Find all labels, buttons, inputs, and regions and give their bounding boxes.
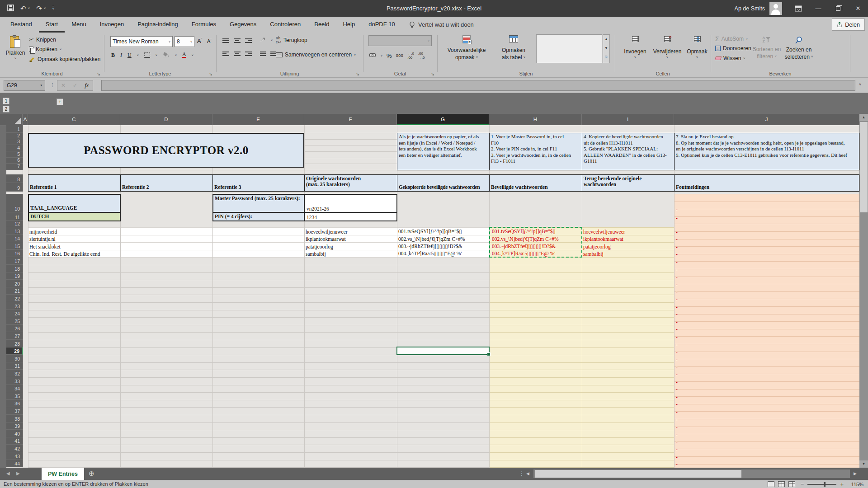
ribbon-tab-invoegen[interactable]: Invoegen (93, 17, 131, 33)
language-label-cell[interactable]: TAAL_LANGUAGE (28, 194, 121, 213)
cell-J10-dash[interactable]: - (676, 206, 678, 212)
normal-view-icon[interactable] (768, 481, 774, 487)
row-header-28[interactable]: 28 (6, 340, 23, 347)
header-referentie-1[interactable]: Referentie 1 (28, 174, 121, 192)
share-button[interactable]: Delen (832, 19, 865, 31)
row-header-27[interactable]: 27 (6, 332, 23, 340)
cell-J39-dash[interactable]: - (676, 424, 678, 429)
selected-cell-G29[interactable] (396, 347, 490, 355)
number-dialog-launcher-icon[interactable]: ↘ (431, 72, 434, 76)
ribbon-tab-formules[interactable]: Formules (185, 17, 223, 33)
horizontal-scrollbar[interactable] (533, 469, 850, 478)
worksheet-title-cell[interactable]: PASSWORD ENCRYPTOR v2.0 (28, 133, 304, 168)
ribbon-display-options-icon[interactable] (788, 0, 808, 17)
row-header-15[interactable]: 15 (6, 242, 23, 250)
zoom-level[interactable]: 115% (848, 482, 863, 487)
percent-button[interactable]: % (387, 52, 392, 59)
column-header-J[interactable]: J (674, 114, 859, 125)
row-header-37[interactable]: 37 (6, 407, 23, 415)
thousands-button[interactable]: 000 (396, 53, 404, 58)
cell-F14[interactable]: ikplantookmaarwat (304, 235, 397, 243)
row-header-38[interactable]: 38 (6, 415, 23, 422)
clipboard-dialog-launcher-icon[interactable]: ↘ (97, 72, 100, 76)
row-header-18[interactable]: 18 (6, 265, 23, 272)
orientation-dropdown-icon[interactable]: ˅ (271, 39, 273, 42)
restore-button[interactable] (828, 0, 848, 17)
cell-F16[interactable]: sambalbij (304, 250, 397, 258)
column-header-E[interactable]: E (212, 114, 304, 125)
instructions-steps-3-cell[interactable]: 7. Sla nu je Excel bestand op 8. Op het … (674, 133, 859, 170)
clear-button[interactable]: Wissen˅ (715, 55, 745, 61)
vertical-scrollbar[interactable]: ▲ ▼ (859, 114, 868, 468)
autosum-button[interactable]: ΣAutoSom˅ (715, 35, 748, 42)
row-header-9[interactable]: 9 (6, 183, 23, 192)
align-bottom-icon[interactable] (245, 38, 252, 43)
row-header-36[interactable]: 36 (6, 400, 23, 408)
row-header-10[interactable]: 10 (6, 194, 23, 212)
find-select-button[interactable]: Zoeken en selecteren ˅ (783, 36, 815, 60)
conditional-formatting-button[interactable]: ≠ Voorwaardelijke opmaak ˅ (442, 35, 491, 61)
cell-J19-dash[interactable]: - (676, 274, 678, 279)
row-header-11[interactable]: 11 (6, 212, 23, 221)
sheet-next-icon[interactable]: ▶ (16, 471, 20, 476)
cell-G15[interactable]: 003.~jdRbZTfe€j[▯▯▯▯!D?$& (397, 242, 489, 250)
row-header-25[interactable]: 25 (6, 317, 23, 325)
wrap-text-button[interactable]: abc↩Terugloop (276, 36, 307, 44)
pin-value-cell[interactable]: 1234 (304, 212, 397, 221)
cell-J21-dash[interactable]: - (676, 289, 678, 294)
align-middle-icon[interactable] (234, 38, 241, 43)
master-password-label-cell[interactable]: Master Password (max. 25 karakters): (212, 194, 305, 213)
enter-formula-icon[interactable]: ✓ (73, 82, 77, 89)
cell-J22-dash[interactable]: - (676, 296, 678, 302)
cell-C13[interactable]: mijnoverheid (28, 227, 120, 235)
decrease-font-button[interactable]: Aˇ (207, 38, 212, 44)
cell-styles-gallery[interactable] (536, 34, 602, 63)
outline-expand-button[interactable]: + (57, 99, 63, 105)
row-header-33[interactable]: 33 (6, 377, 23, 385)
instructions-steps-2-cell[interactable]: 4. Kopieer de beveiligde wachtwoorden ui… (582, 133, 675, 170)
cell-C15[interactable]: Het snackloket (28, 242, 120, 250)
cell-J38-dash[interactable]: - (676, 417, 678, 422)
column-header-F[interactable]: F (304, 114, 397, 125)
ribbon-tab-menu[interactable]: Menu (65, 17, 93, 33)
cell-I14[interactable]: ikplantookmaarwat (582, 235, 674, 243)
cell-J25-dash[interactable]: - (676, 319, 678, 324)
row-header-30[interactable]: 30 (6, 355, 23, 362)
decrease-indent-icon[interactable] (260, 52, 266, 56)
close-button[interactable]: ✕ (848, 0, 868, 17)
cell-J32-dash[interactable]: - (676, 371, 678, 377)
cell-J33-dash[interactable]: - (676, 379, 678, 385)
row-header-39[interactable]: 39 (6, 422, 23, 430)
row-header-22[interactable]: 22 (6, 295, 23, 302)
number-format-combo[interactable]: ˅ (368, 35, 432, 46)
row-header-3[interactable]: 3 (6, 139, 23, 145)
cell-I15[interactable]: patatjeoorlog (582, 242, 674, 250)
ribbon-tab-beeld[interactable]: Beeld (307, 17, 336, 33)
row-header-12[interactable]: 12 (6, 221, 23, 227)
ribbon-tab-dopdf-10[interactable]: doPDF 10 (362, 17, 402, 33)
cell-J37-dash[interactable]: - (676, 409, 678, 414)
row-header-14[interactable]: 14 (6, 235, 23, 243)
format-cells-button[interactable]: Opmaak˅ (685, 36, 709, 59)
column-header-H[interactable]: H (489, 114, 582, 125)
cell-I13[interactable]: hoeveelwiljenuweer (582, 227, 674, 235)
font-color-dropdown-icon[interactable]: ˅ (192, 54, 193, 57)
cell-J31-dash[interactable]: - (676, 364, 678, 369)
cell-H15[interactable]: 003.~jdRbZTfe€j[▯▯▯▯!D?$& (489, 242, 582, 250)
cell-J23-dash[interactable]: - (676, 304, 678, 310)
cell-J30-dash[interactable]: - (676, 357, 678, 362)
instructions-steps-1-cell[interactable]: 1. Voer je Master Password in, in cel F1… (489, 133, 582, 170)
row-header-31[interactable]: 31 (6, 362, 23, 370)
currency-dropdown-icon[interactable]: ˅ (381, 54, 382, 57)
ribbon-tab-help[interactable]: Help (336, 17, 362, 33)
cell-J35-dash[interactable]: - (676, 394, 678, 399)
insert-function-icon[interactable]: fx (85, 82, 89, 89)
cell-I16[interactable]: sambalbij (582, 250, 674, 258)
ribbon-tab-controleren[interactable]: Controleren (263, 17, 307, 33)
hscroll-left-icon[interactable]: ◀ (526, 471, 529, 476)
cell-J34-dash[interactable]: - (676, 386, 678, 392)
row-header-2[interactable]: 2 (6, 133, 23, 139)
cell-F15[interactable]: patatjeoorlog (304, 242, 397, 250)
copy-button[interactable]: Kopiëren˅ (29, 46, 61, 52)
zoom-slider[interactable] (807, 484, 836, 485)
